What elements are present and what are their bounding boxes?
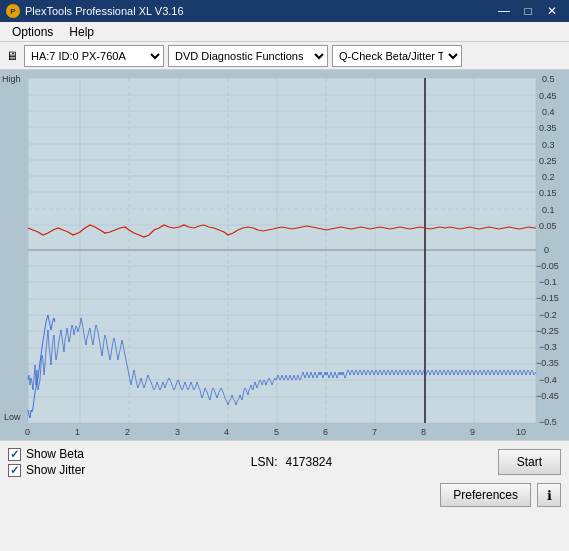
menu-help[interactable]: Help xyxy=(61,23,102,41)
svg-text:6: 6 xyxy=(323,427,328,437)
svg-text:−0.35: −0.35 xyxy=(536,358,559,368)
svg-text:0.05: 0.05 xyxy=(539,221,557,231)
svg-text:0: 0 xyxy=(544,245,549,255)
drive-select[interactable]: HA:7 ID:0 PX-760A xyxy=(24,45,164,67)
svg-text:4: 4 xyxy=(224,427,229,437)
title-bar-left: P PlexTools Professional XL V3.16 xyxy=(6,4,184,18)
svg-text:9: 9 xyxy=(470,427,475,437)
svg-text:−0.2: −0.2 xyxy=(539,310,557,320)
svg-text:−0.3: −0.3 xyxy=(539,342,557,352)
title-bar-controls: — □ ✕ xyxy=(493,3,563,19)
start-button[interactable]: Start xyxy=(498,449,561,475)
bottom-row1: ✓ Show Beta ✓ Show Jitter LSN: 4173824 S… xyxy=(8,447,561,477)
info-button[interactable]: ℹ xyxy=(537,483,561,507)
lsn-value: 4173824 xyxy=(285,455,332,469)
lsn-label: LSN: xyxy=(251,455,278,469)
svg-text:High: High xyxy=(2,74,21,84)
show-jitter-label: Show Jitter xyxy=(26,463,85,477)
menu-options[interactable]: Options xyxy=(4,23,61,41)
title-bar: P PlexTools Professional XL V3.16 — □ ✕ xyxy=(0,0,569,22)
svg-text:0.35: 0.35 xyxy=(539,123,557,133)
info-icon: ℹ xyxy=(547,488,552,503)
svg-text:0.4: 0.4 xyxy=(542,107,555,117)
svg-text:2: 2 xyxy=(125,427,130,437)
test-select[interactable]: Q-Check Beta/Jitter Test xyxy=(332,45,462,67)
drive-icon: 🖥 xyxy=(4,48,20,64)
svg-text:−0.5: −0.5 xyxy=(539,417,557,427)
show-jitter-row: ✓ Show Jitter xyxy=(8,463,85,477)
svg-text:−0.15: −0.15 xyxy=(536,293,559,303)
svg-text:0.15: 0.15 xyxy=(539,188,557,198)
lsn-area: LSN: 4173824 xyxy=(251,455,332,469)
function-select[interactable]: DVD Diagnostic Functions xyxy=(168,45,328,67)
show-beta-checkbox[interactable]: ✓ xyxy=(8,448,21,461)
show-beta-check: ✓ xyxy=(10,448,19,461)
bottom-panel: ✓ Show Beta ✓ Show Jitter LSN: 4173824 S… xyxy=(0,440,569,551)
svg-text:−0.1: −0.1 xyxy=(539,277,557,287)
svg-text:−0.25: −0.25 xyxy=(536,326,559,336)
svg-text:Low: Low xyxy=(4,412,21,422)
preferences-button[interactable]: Preferences xyxy=(440,483,531,507)
svg-text:8: 8 xyxy=(421,427,426,437)
bottom-row2: Preferences ℹ xyxy=(8,483,561,507)
svg-text:0.1: 0.1 xyxy=(542,205,555,215)
svg-text:0.2: 0.2 xyxy=(542,172,555,182)
svg-text:7: 7 xyxy=(372,427,377,437)
maximize-button[interactable]: □ xyxy=(517,3,539,19)
svg-text:0.25: 0.25 xyxy=(539,156,557,166)
checkboxes-area: ✓ Show Beta ✓ Show Jitter xyxy=(8,447,85,477)
app-title: PlexTools Professional XL V3.16 xyxy=(25,5,184,17)
toolbar: 🖥 HA:7 ID:0 PX-760A DVD Diagnostic Funct… xyxy=(0,42,569,70)
svg-text:0.3: 0.3 xyxy=(542,140,555,150)
minimize-button[interactable]: — xyxy=(493,3,515,19)
svg-text:3: 3 xyxy=(175,427,180,437)
close-button[interactable]: ✕ xyxy=(541,3,563,19)
svg-text:5: 5 xyxy=(274,427,279,437)
show-jitter-checkbox[interactable]: ✓ xyxy=(8,464,21,477)
svg-text:0: 0 xyxy=(25,427,30,437)
svg-text:1: 1 xyxy=(75,427,80,437)
svg-text:0.45: 0.45 xyxy=(539,91,557,101)
svg-text:−0.4: −0.4 xyxy=(539,375,557,385)
svg-text:−0.45: −0.45 xyxy=(536,391,559,401)
svg-text:10: 10 xyxy=(516,427,526,437)
show-beta-label: Show Beta xyxy=(26,447,84,461)
show-jitter-check: ✓ xyxy=(10,464,19,477)
menu-bar: Options Help xyxy=(0,22,569,42)
chart-container: 0.5 0.45 0.4 0.35 0.3 0.25 0.2 0.15 0.1 … xyxy=(0,70,569,440)
chart-svg: 0.5 0.45 0.4 0.35 0.3 0.25 0.2 0.15 0.1 … xyxy=(0,70,569,440)
show-beta-row: ✓ Show Beta xyxy=(8,447,85,461)
svg-text:0.5: 0.5 xyxy=(542,74,555,84)
svg-text:−0.05: −0.05 xyxy=(536,261,559,271)
app-icon: P xyxy=(6,4,20,18)
